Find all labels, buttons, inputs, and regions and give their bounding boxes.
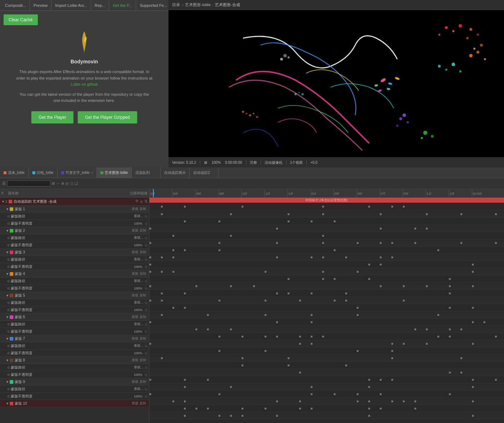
kf-dot[interactable] [472,307,474,309]
kf-dot[interactable] [322,213,324,215]
kf-dot[interactable] [242,415,243,417]
kf-dot[interactable] [219,300,220,301]
kf-dot[interactable] [368,408,370,409]
kf-dot[interactable] [161,213,163,215]
kf-dot[interactable] [414,408,416,409]
kf-dot[interactable] [368,415,370,417]
kf-dot[interactable] [149,393,151,395]
tl-tab-lightning[interactable]: 闪电_lottie [29,167,58,178]
kf-dot[interactable] [207,408,209,409]
breadcrumb-home[interactable]: 目录 [172,2,180,8]
tl-time-ruler[interactable]: 02f 04f 06f 08f 10f 12f 14f 01f [149,189,504,198]
mask-9-row[interactable]: ▼ 蒙版 9 差值 反转 [0,378,149,386]
mask4-opacity-row[interactable]: ⊙ 蒙版不透明度 100% ◎ [0,285,149,292]
kf-dot[interactable] [149,264,151,265]
mask1-mode[interactable]: 差值 [132,207,138,211]
kf-dot[interactable] [495,213,497,215]
kf-dot[interactable] [242,357,243,359]
kf-dot[interactable] [403,206,405,207]
kf-dot[interactable] [322,235,324,237]
kf-dot[interactable] [472,264,474,265]
kf-dot[interactable] [219,336,220,337]
timecode-value[interactable]: 0:00:00:00 [224,160,243,165]
breadcrumb-item1[interactable]: 艺术图形-lottie [185,2,211,8]
kf-dot[interactable] [207,328,209,330]
kf-dot[interactable] [230,235,232,237]
kf-dot[interactable] [322,256,324,258]
kf-dot[interactable] [380,242,382,244]
mask-8-row[interactable]: ▼ 蒙版 8 差值 反转 [0,357,149,364]
kf-dot[interactable] [149,242,151,244]
kf-dot[interactable] [449,292,451,294]
mask-5-row[interactable]: ▼ 蒙版 5 差值 反转 [0,292,149,299]
kf-dot[interactable] [195,285,197,287]
kf-dot[interactable] [230,285,232,287]
kf-dot[interactable] [161,292,163,294]
kf-dot[interactable] [368,206,370,207]
kf-dot[interactable] [311,314,312,316]
kf-dot[interactable] [311,386,312,388]
kf-dot[interactable] [322,271,324,273]
kf-dot[interactable] [414,328,416,330]
kf-dot[interactable] [460,328,462,330]
get-player-gzipped-button[interactable]: Get the Player Gzipped [78,111,137,123]
kf-dot[interactable] [172,256,174,258]
kf-dot[interactable] [184,307,186,309]
kf-dot[interactable] [368,386,370,388]
kf-dot[interactable] [472,271,474,273]
tl-tab-auto-track[interactable]: 自动追踪展示 [161,167,190,178]
kf-dot[interactable] [184,400,186,402]
kf-dot[interactable] [299,300,301,301]
kf-dot[interactable] [380,285,382,287]
kf-dot[interactable] [403,300,405,301]
clear-cache-button[interactable]: Clear Caché [4,14,38,25]
mask6-path-row[interactable]: ⊙ 蒙版路径 形状... ◎ [0,321,149,328]
kf-dot[interactable] [460,372,462,373]
kf-dot[interactable] [207,379,209,381]
kf-dot[interactable] [288,364,289,366]
kf-dot[interactable] [426,328,428,330]
kf-dot[interactable] [230,415,232,417]
mask2-reverse[interactable]: 反转 [140,228,146,233]
kf-dot[interactable] [322,278,324,280]
kf-dot[interactable] [449,278,451,280]
mask2-mode[interactable]: 差值 [132,228,138,233]
layer-row-main[interactable]: ▼ 2 自动追踪的 艺术图形 -合成 平 ◎ 无 [0,198,149,206]
kf-dot[interactable] [449,307,451,309]
tl-tab-auto-track2[interactable]: 自动追踪2 [190,167,219,178]
kf-dot[interactable] [472,321,474,323]
mask3-mode[interactable]: 差值 [132,250,138,255]
mask5-reverse[interactable]: 反转 [140,293,146,298]
kf-dot[interactable] [426,285,428,287]
kf-dot[interactable] [345,364,347,366]
kf-dot[interactable] [276,336,278,337]
kf-dot[interactable] [184,408,186,409]
kf-dot[interactable] [242,364,243,366]
kf-dot[interactable] [265,271,266,273]
kf-dot[interactable] [276,228,278,229]
kf-dot[interactable] [472,379,474,381]
kf-dot[interactable] [322,242,324,244]
kf-dot[interactable] [299,372,301,373]
kf-dot[interactable] [149,256,151,258]
kf-dot[interactable] [288,292,289,294]
kf-dot[interactable] [426,228,428,229]
tl-tab-fluid[interactable]: 流体_lottie [0,167,29,178]
mask-2-row[interactable]: ▼ 蒙版 2 差值 反转 [0,227,149,234]
kf-dot[interactable] [219,249,220,251]
mask3-opacity-row[interactable]: ⊙ 蒙版不透明度 100% ◎ [0,263,149,270]
tab-get-player[interactable]: Get the P... [109,0,136,10]
kf-dot[interactable] [322,336,324,337]
kf-dot[interactable] [495,242,497,244]
kf-dot[interactable] [276,292,278,294]
mask-1-row[interactable]: ▼ 蒙版 1 差值 反转 [0,206,149,213]
mask6-reverse[interactable]: 反转 [140,315,146,319]
kf-dot[interactable] [265,314,266,316]
mask-10-row[interactable]: ▼ 蒙版 10 差值 反转 [0,400,149,407]
mask-3-row[interactable]: ▼ 蒙版 3 差值 反转 [0,249,149,256]
kf-dot[interactable] [449,328,451,330]
kf-dot[interactable] [161,314,163,316]
lottie-link[interactable]: Lottie on github [71,82,98,86]
kf-dot[interactable] [345,300,347,301]
kf-dot[interactable] [276,400,278,402]
